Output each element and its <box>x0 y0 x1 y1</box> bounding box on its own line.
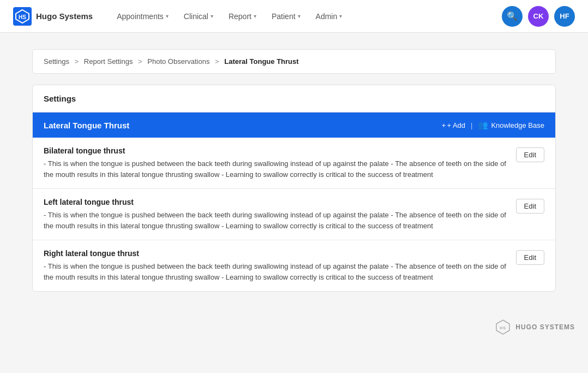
footer-logo-icon: HS <box>495 319 511 335</box>
breadcrumb-sep-3: > <box>215 57 219 66</box>
knowledge-icon: 👥 <box>478 120 488 130</box>
list-item: Left lateral tongue thrust - This is whe… <box>33 189 555 240</box>
item-content-0: Bilateral tongue thrust - This is when t… <box>44 146 507 180</box>
nav-items: Appointments ▾ Clinical ▾ Report ▾ Patie… <box>110 8 502 25</box>
chevron-down-icon: ▾ <box>339 13 342 19</box>
item-description-0: - This is when the tongue is pushed betw… <box>44 158 507 180</box>
item-description-1: - This is when the tongue is pushed betw… <box>44 210 507 231</box>
knowledge-base-button[interactable]: 👥 Knowledge Base <box>478 120 544 130</box>
svg-text:HS: HS <box>500 326 506 330</box>
section-title: Lateral Tongue Thrust <box>44 121 129 130</box>
svg-text:HS: HS <box>19 14 26 20</box>
brand-name: Hugo Systems <box>36 11 93 21</box>
section-actions: + + Add | 👥 Knowledge Base <box>442 120 544 130</box>
item-title-2: Right lateral tongue thrust <box>44 249 507 258</box>
breadcrumb: Settings > Report Settings > Photo Obser… <box>32 49 556 74</box>
edit-button-0[interactable]: Edit <box>516 147 544 162</box>
avatar-ck[interactable]: CK <box>528 6 549 27</box>
plus-icon: + <box>442 121 446 129</box>
nav-report[interactable]: Report ▾ <box>222 8 263 25</box>
edit-button-1[interactable]: Edit <box>516 199 544 214</box>
footer-company: HUGO SYSTEMS <box>515 323 575 331</box>
section-header: Lateral Tongue Thrust + + Add | 👥 Knowle… <box>33 113 555 138</box>
breadcrumb-report-settings[interactable]: Report Settings <box>84 57 133 66</box>
brand-logo-icon: HS <box>13 7 32 26</box>
list-item: Bilateral tongue thrust - This is when t… <box>33 138 555 189</box>
navbar: HS Hugo Systems Appointments ▾ Clinical … <box>0 0 588 33</box>
chevron-down-icon: ▾ <box>254 13 256 19</box>
add-button[interactable]: + + Add <box>442 121 465 129</box>
item-title-0: Bilateral tongue thrust <box>44 146 507 155</box>
nav-admin[interactable]: Admin ▾ <box>309 8 349 25</box>
search-button[interactable]: 🔍 <box>502 6 523 27</box>
separator: | <box>471 121 472 129</box>
nav-appointments[interactable]: Appointments ▾ <box>110 8 175 25</box>
footer: HS HUGO SYSTEMS <box>0 308 588 346</box>
chevron-down-icon: ▾ <box>298 13 301 19</box>
list-item: Right lateral tongue thrust - This is wh… <box>33 240 555 291</box>
settings-card: Settings Lateral Tongue Thrust + + Add |… <box>32 85 556 292</box>
nav-clinical[interactable]: Clinical ▾ <box>177 8 220 25</box>
settings-card-header: Settings <box>33 85 555 113</box>
navbar-actions: 🔍 CK HF <box>502 6 575 27</box>
search-icon: 🔍 <box>507 11 518 21</box>
breadcrumb-current: Lateral Tongue Thrust <box>224 57 298 66</box>
chevron-down-icon: ▾ <box>211 13 213 19</box>
brand-logo-link[interactable]: HS Hugo Systems <box>13 7 93 26</box>
item-content-2: Right lateral tongue thrust - This is wh… <box>44 249 507 282</box>
avatar-hf[interactable]: HF <box>554 6 575 27</box>
main-content: Settings > Report Settings > Photo Obser… <box>21 49 567 292</box>
nav-patient[interactable]: Patient ▾ <box>265 8 307 25</box>
item-content-1: Left lateral tongue thrust - This is whe… <box>44 198 507 231</box>
item-description-2: - This is when the tongue is pushed betw… <box>44 261 507 282</box>
breadcrumb-sep-2: > <box>138 57 142 66</box>
item-title-1: Left lateral tongue thrust <box>44 198 507 206</box>
breadcrumb-settings[interactable]: Settings <box>44 57 69 66</box>
chevron-down-icon: ▾ <box>166 13 169 19</box>
breadcrumb-sep-1: > <box>75 57 79 66</box>
breadcrumb-photo-observations[interactable]: Photo Observations <box>147 57 209 66</box>
edit-button-2[interactable]: Edit <box>516 250 544 265</box>
